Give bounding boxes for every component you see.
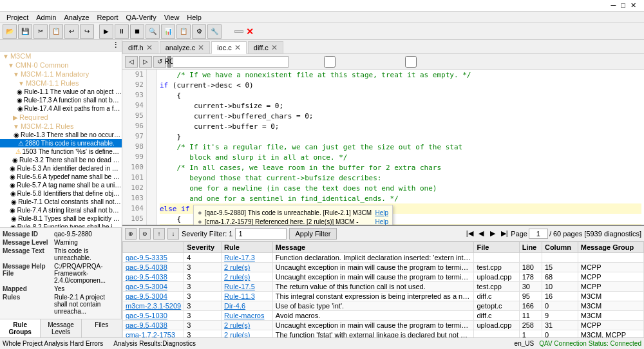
tree-item-rule3-2[interactable]: ◉ Rule-3.2 There shall be no dead code	[0, 156, 122, 164]
config-misra[interactable]	[234, 30, 243, 33]
maximize-btn[interactable]: □	[621, 1, 625, 10]
toolbar-btn-5[interactable]: ↩	[64, 24, 79, 39]
file-tab-diffc[interactable]: diff.c ✕	[248, 41, 283, 53]
menu-analyze[interactable]: Analyze	[60, 13, 93, 22]
col-file[interactable]: File	[474, 242, 519, 253]
toolbar-btn-8[interactable]: ⏸	[115, 24, 129, 39]
menu-admin[interactable]: Admin	[32, 13, 60, 22]
config-clear-btn[interactable]: ✕	[246, 26, 254, 37]
tree-item-cmn0[interactable]: ▼ CMN-0 Common	[0, 61, 122, 70]
file-tab-analyzec[interactable]: analyze.c ✕	[160, 41, 210, 53]
toolbar-btn-12[interactable]: 📋	[176, 24, 191, 39]
diag-btn-4[interactable]: ↓	[167, 228, 179, 240]
toolbar-btn-10[interactable]: 🔍	[146, 24, 160, 39]
table-row[interactable]: cma-1.7.2-1753 3 2 rule(s) The function …	[123, 330, 644, 338]
table-row[interactable]: qac-9.5-4038 3 2 rule(s) Uncaught except…	[123, 272, 644, 282]
tree-item-m3cm1-rules[interactable]: ▼ M3CM-1.1 Rules	[0, 79, 122, 88]
case-sensitive-checkbox[interactable]	[291, 56, 368, 68]
tree-item-rule1-1[interactable]: ◉ Rule-1.1 The value of an object with a…	[0, 88, 122, 96]
page-prev-btn[interactable]: ◀	[476, 229, 486, 239]
toolbar-btn-11[interactable]: 📊	[161, 24, 175, 39]
tree-item-1503[interactable]: ⚠ 1503 The function '%s' is defined but …	[0, 147, 122, 156]
close-tab-iocc[interactable]: ✕	[234, 43, 241, 52]
code-search-input[interactable]	[173, 56, 289, 68]
row-line	[519, 253, 542, 263]
tree-item-rule8-1[interactable]: ◉ Rule-8.1 Types shall be explicitly spe…	[0, 214, 122, 223]
tree-item-m3cm2-rules[interactable]: ▼ M3CM-2.1 Rules	[0, 122, 122, 131]
tree-item-2880[interactable]: ⚠ 2880 This code is unreachable.	[0, 139, 122, 147]
menu-help[interactable]: Help	[183, 13, 205, 22]
page-input[interactable]	[529, 229, 548, 239]
tree-item-rule17-3[interactable]: ◉ Rule-17.3 A function shall not be decl…	[0, 96, 122, 104]
tree-item-rule5-6[interactable]: ◉ Rule-5.6 A typedef name shall be a uni…	[0, 173, 122, 181]
tree-item-required[interactable]: ▶ Required	[0, 113, 122, 122]
case-sensitive-option[interactable]	[291, 56, 370, 68]
tooltip-help-link-1[interactable]: Help	[375, 209, 388, 216]
toolbar-btn-2[interactable]: 💾	[18, 24, 32, 39]
severity-filter-input[interactable]	[235, 228, 287, 240]
table-row[interactable]: qac-9.5-4038 3 2 rule(s) Uncaught except…	[123, 263, 644, 272]
row-column: 68	[542, 272, 578, 282]
toolbar-btn-14[interactable]: 🔧	[207, 24, 222, 39]
table-row[interactable]: m3cm-2.3.1-5209 3 Dir-4.6 Use of basic t…	[123, 301, 644, 311]
page-first-btn[interactable]: |◀	[464, 229, 475, 239]
toolbar-btn-3[interactable]: ✂	[33, 24, 48, 39]
col-column[interactable]: Column	[542, 242, 578, 253]
menu-view[interactable]: View	[160, 13, 184, 22]
code-rc-btn[interactable]: RC	[167, 56, 171, 68]
tree-item-rule17-4[interactable]: ◉ Rule-17.4 All exit paths from a functi…	[0, 104, 122, 113]
toolbar-btn-9[interactable]: ⏹	[130, 24, 144, 39]
table-row[interactable]: qac-9.5-3004 3 Rule-11.3 This integral c…	[123, 292, 644, 301]
rule-groups-options-btn[interactable]: ⋮	[112, 41, 119, 50]
tree-item-rule8-2[interactable]: ◉ Rule-8.2 Function types shall be in pr…	[0, 223, 122, 227]
menu-report[interactable]: Report	[93, 13, 122, 22]
tooltip-help-link-2[interactable]: Help	[375, 218, 388, 225]
menu-qa-verify[interactable]: QA-Verify	[122, 13, 160, 22]
diag-btn-3[interactable]: ↑	[153, 228, 165, 240]
tab-message-levels[interactable]: Message Levels	[41, 319, 81, 337]
col-rule[interactable]: Rule	[222, 242, 273, 253]
close-tab-diffc[interactable]: ✕	[271, 43, 278, 52]
diag-btn-1[interactable]: ⊕	[125, 228, 137, 240]
table-row[interactable]: qac-9.5-4038 3 2 rule(s) Uncaught except…	[123, 321, 644, 330]
code-back-btn[interactable]: ◁	[125, 56, 138, 68]
table-row[interactable]: qac-9.5-3335 4 Rule-17.3 Function declar…	[123, 253, 644, 263]
info-value-rules: Rule-2.1 A project shall not contain unr…	[54, 294, 118, 315]
tab-files[interactable]: Files	[82, 319, 122, 337]
tree-item-rule1-3[interactable]: ◉ Rule-1.3 There shall be no occurrence …	[0, 131, 122, 139]
tab-rule-groups[interactable]: Rule Groups	[0, 319, 41, 337]
table-row[interactable]: qac-9.5-3004 3 Rule-17.5 The return valu…	[123, 282, 644, 292]
code-forward-btn[interactable]: ▷	[139, 56, 152, 68]
minimize-btn[interactable]: ─	[611, 1, 616, 10]
file-tab-diffh[interactable]: diff.h ✕	[122, 41, 158, 53]
col-severity[interactable]: Severity	[184, 242, 222, 253]
col-msggroup[interactable]: Message Group	[578, 242, 643, 253]
toolbar-btn-6[interactable]: ↪	[80, 24, 94, 39]
read-only-option[interactable]	[372, 56, 451, 68]
page-last-btn[interactable]: ▶|	[499, 229, 509, 239]
tree-item-rule7-1[interactable]: ◉ Rule-7.1 Octal constants shall not be …	[0, 198, 122, 206]
toolbar-btn-7[interactable]: ▶	[99, 24, 113, 39]
page-next-btn[interactable]: ▶	[488, 229, 498, 239]
tree-item-m3cm1-mandatory[interactable]: ▼ M3CM-1.1 Mandatory	[0, 70, 122, 79]
col-line[interactable]: Line	[519, 242, 542, 253]
apply-filter-btn[interactable]: Apply Filter	[289, 228, 336, 240]
tree-item-m3cm[interactable]: ▼ M3CM	[0, 52, 122, 61]
file-tab-iocc[interactable]: ioc.c ✕	[211, 41, 247, 54]
table-row[interactable]: qac-9.5-1030 3 Rule-macros Avoid macros.…	[123, 311, 644, 321]
menu-project[interactable]: Project	[3, 13, 32, 22]
col-message[interactable]: Message	[272, 242, 474, 253]
read-only-checkbox[interactable]	[372, 56, 450, 68]
close-tab-diffh[interactable]: ✕	[146, 43, 153, 52]
toolbar-btn-13[interactable]: ⚙	[192, 24, 206, 39]
code-content[interactable]: /* If we have a nonexistent file at this…	[157, 70, 644, 225]
close-tab-analyzec[interactable]: ✕	[198, 43, 204, 52]
close-btn[interactable]: ✕	[630, 1, 636, 10]
tree-item-rule5-8[interactable]: ◉ Rule-5.8 Identifiers that define objec…	[0, 189, 122, 198]
toolbar-btn-1[interactable]: 📂	[3, 24, 17, 39]
tree-item-rule7-4[interactable]: ◉ Rule-7.4 A string literal shall not be…	[0, 206, 122, 214]
toolbar-btn-4[interactable]: 📋	[49, 24, 63, 39]
diag-btn-2[interactable]: ⊖	[139, 228, 151, 240]
tree-item-rule5-7[interactable]: ◉ Rule-5.7 A tag name shall be a unique …	[0, 181, 122, 189]
tree-item-rule5-3[interactable]: ◉ Rule-5.3 An identifier declared in an …	[0, 164, 122, 173]
